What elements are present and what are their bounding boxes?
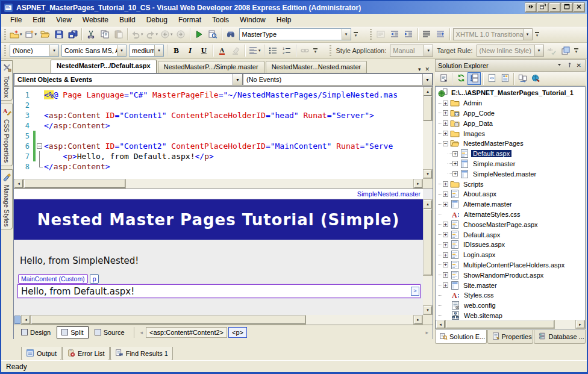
scroll-up-icon[interactable]: ▴	[424, 200, 432, 208]
expand-icon[interactable]: +	[443, 101, 448, 106]
tree-item[interactable]: +MultipleContentPlaceHolders.aspx	[436, 260, 585, 270]
comment-out-button[interactable]	[374, 28, 388, 41]
code-line[interactable]: 6−<asp:Content ID="Content2" ContentPlac…	[14, 141, 423, 151]
expand-icon[interactable]: +	[443, 242, 448, 248]
code-editor[interactable]: 1<%@ Page Language="C#" MasterPageFile="…	[14, 87, 423, 179]
tree-item[interactable]: +App_Code	[436, 108, 585, 119]
navigate-forward-button[interactable]	[174, 28, 188, 41]
tree-item[interactable]: AAlternateStyles.css	[436, 210, 585, 220]
tag-navigator-chip[interactable]: <asp:Content#Content2>	[146, 327, 227, 338]
code-horizontal-scrollbar[interactable]: ◂ ▸	[14, 179, 423, 189]
copy-web-site-button[interactable]	[516, 72, 529, 85]
view-code-button[interactable]: <>	[485, 72, 498, 85]
format-selection-button[interactable]	[434, 28, 448, 41]
highlight-button[interactable]	[229, 44, 243, 57]
source-view[interactable]: 1<%@ Page Language="C#" MasterPageFile="…	[14, 87, 433, 189]
code-line[interactable]: 8</asp:Content>	[14, 161, 423, 172]
tag-nav-left-icon[interactable]: ◂	[139, 329, 145, 335]
numbering-button[interactable]: 12	[280, 44, 294, 57]
scroll-right-icon[interactable]: ▸	[576, 320, 584, 328]
cut-button[interactable]	[84, 28, 98, 41]
close-document-button[interactable]: ✕	[424, 66, 431, 73]
expand-icon[interactable]: +	[443, 181, 448, 187]
scroll-thumb[interactable]	[424, 96, 432, 120]
chevron-down-icon[interactable]: ▾	[523, 29, 532, 40]
expand-icon[interactable]: +	[452, 161, 458, 166]
close-button[interactable]: ✕	[575, 61, 583, 69]
tree-item[interactable]: +App_Data	[436, 118, 585, 128]
menu-item-view[interactable]: View	[51, 14, 77, 26]
menu-item-build[interactable]: Build	[114, 14, 141, 26]
chevron-down-icon[interactable]: ▾	[342, 29, 351, 40]
tool-tab-database[interactable]: Database ...	[534, 330, 586, 344]
expand-icon[interactable]: +	[443, 192, 448, 197]
new-website-button[interactable]: ▾	[8, 28, 23, 41]
code-line[interactable]: 1<%@ Page Language="C#" MasterPageFile="…	[14, 90, 423, 100]
font-name-combo[interactable]: Comic Sans MS, Ari▾	[61, 45, 127, 57]
undock-button[interactable]	[537, 3, 548, 12]
navigate-back-button[interactable]: ▾	[159, 28, 174, 41]
autohide-tab-toolbox[interactable]: Toolbox	[1, 60, 13, 101]
tag-navigator-chip[interactable]: <p>	[228, 327, 247, 338]
tree-item[interactable]: +Alternate.master	[436, 199, 585, 210]
design-view[interactable]: SimpleNested.master Nested Master Pages …	[14, 189, 433, 325]
chevron-down-icon[interactable]: ▾	[154, 45, 163, 56]
window-menu-button[interactable]	[555, 61, 564, 69]
expand-icon[interactable]: +	[443, 232, 448, 237]
scroll-down-icon[interactable]: ▾	[424, 170, 432, 178]
expand-icon[interactable]: +	[452, 171, 458, 176]
tab-list-menu-button[interactable]: ▾	[417, 66, 422, 73]
menu-item-debug[interactable]: Debug	[141, 14, 173, 26]
layers-button[interactable]	[559, 44, 573, 57]
menu-item-format[interactable]: Format	[173, 14, 207, 26]
code-line[interactable]: 4</asp:Content>	[14, 120, 423, 131]
style-application-combo[interactable]: Manual▾	[390, 45, 433, 57]
dropdown-arrow-icon[interactable]: ▾	[35, 32, 37, 37]
undo-button[interactable]: ▾	[130, 28, 145, 41]
tree-root-item[interactable]: E:\...\ASPNET_MasterPages_Tutorial_1	[436, 88, 585, 98]
tree-item[interactable]: +About.aspx	[436, 189, 585, 199]
scroll-thumb[interactable]	[446, 320, 554, 328]
splitter-box[interactable]	[14, 316, 20, 324]
check-spelling-button[interactable]: ab	[545, 44, 559, 57]
scroll-thumb[interactable]	[31, 316, 305, 324]
decrease-indent-button[interactable]	[388, 28, 402, 41]
smart-tag-button[interactable]: >	[411, 287, 419, 296]
close-button[interactable]	[574, 3, 584, 12]
dropdown-arrow-icon[interactable]: ▾	[258, 48, 261, 53]
code-line[interactable]: 3<asp:Content ID="Content1" ContentPlace…	[14, 110, 423, 120]
align-left-button[interactable]: ▾	[247, 44, 262, 57]
design-body[interactable]: Hello, from SimpleNested! MainContent (C…	[14, 240, 423, 315]
p-tag-tab[interactable]: p	[90, 274, 99, 284]
dock-arrows-button[interactable]	[525, 3, 536, 12]
scroll-left-icon[interactable]: ◂	[22, 316, 30, 324]
scroll-left-icon[interactable]: ◂	[436, 320, 445, 328]
chevron-down-icon[interactable]: ▼	[233, 74, 242, 85]
underline-button[interactable]: U	[197, 44, 211, 57]
tree-item[interactable]: +IDIssues.aspx	[436, 240, 585, 250]
toolbar-overflow-button[interactable]: ▾	[534, 28, 541, 41]
bold-button[interactable]: B	[169, 44, 183, 57]
minimize-button[interactable]	[549, 3, 560, 12]
design-view-button[interactable]: Design	[16, 326, 55, 338]
bottom-tab-find-results-1[interactable]: Find Results 1	[110, 347, 173, 361]
fold-margin[interactable]	[36, 110, 44, 120]
dropdown-arrow-icon[interactable]: ▾	[170, 32, 173, 37]
dropdown-arrow-icon[interactable]: ▾	[20, 32, 22, 37]
design-vertical-scrollbar[interactable]: ▴ ▾	[423, 199, 433, 315]
scroll-up-icon[interactable]: ▴	[424, 87, 432, 96]
tree-item[interactable]: +Images	[436, 128, 585, 139]
nest-related-files-button[interactable]	[468, 72, 481, 85]
open-file-button[interactable]	[38, 28, 52, 41]
fold-margin[interactable]	[36, 120, 44, 131]
scroll-left-icon[interactable]: ◂	[14, 179, 23, 188]
menu-item-website[interactable]: Website	[77, 14, 114, 26]
aspnet-configuration-button[interactable]	[529, 72, 542, 85]
event-dropdown[interactable]: (No Events) ▼	[243, 73, 433, 86]
expand-icon[interactable]: +	[443, 272, 448, 278]
bottom-tab-error-list[interactable]: Error List	[62, 347, 110, 361]
object-dropdown[interactable]: Client Objects & Events ▼	[14, 73, 243, 86]
tree-item[interactable]: +Scripts	[436, 179, 585, 189]
toolbar-overflow-button[interactable]: ▾	[352, 28, 360, 41]
tag-nav-right-icon[interactable]: ▸	[424, 329, 430, 335]
